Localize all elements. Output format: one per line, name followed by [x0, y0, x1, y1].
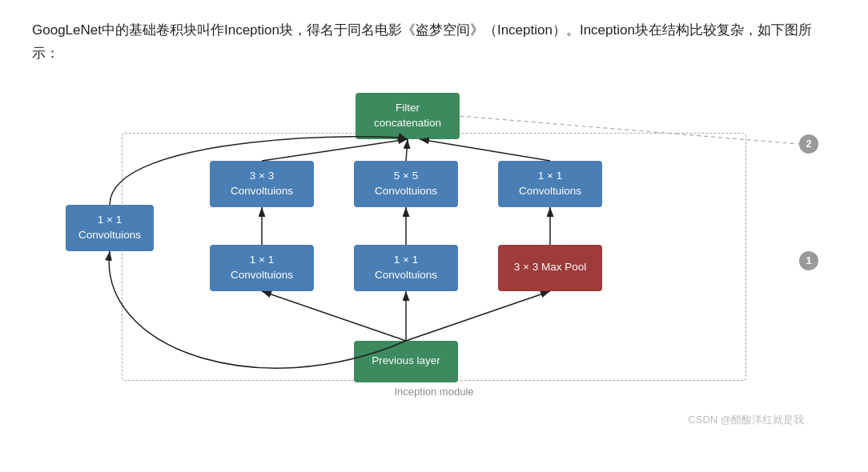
maxpool-node: 3 × 3 Max Pool: [498, 245, 602, 291]
intro-text: GoogLeNet中的基础卷积块叫作Inception块，得名于同名电影《盗梦空…: [32, 19, 836, 66]
conv5x5-node: 5 × 5 Convoltuions: [354, 161, 458, 207]
filter-concat-node: Filter concatenation: [356, 93, 460, 139]
circle-label-2: 2: [799, 134, 818, 154]
circle-label-1: 1: [799, 251, 818, 270]
diagram-area: Inception module 1 2 Filter concatenatio…: [50, 85, 818, 405]
conv1x1-bm-node: 1 × 1 Convoltuions: [354, 245, 458, 291]
csdn-credit: CSDN @醋酸洋红就是我: [32, 413, 836, 427]
conv3x3-node: 3 × 3 Convoltuions: [210, 161, 314, 207]
prev-layer-node: Previous layer: [354, 341, 458, 382]
conv1x1-right-node: 1 × 1 Convoltuions: [498, 161, 602, 207]
conv1x1-left-node: 1 × 1 Convoltuions: [66, 205, 154, 251]
module-label: Inception module: [394, 386, 473, 398]
conv1x1-bl-node: 1 × 1 Convoltuions: [210, 245, 314, 291]
